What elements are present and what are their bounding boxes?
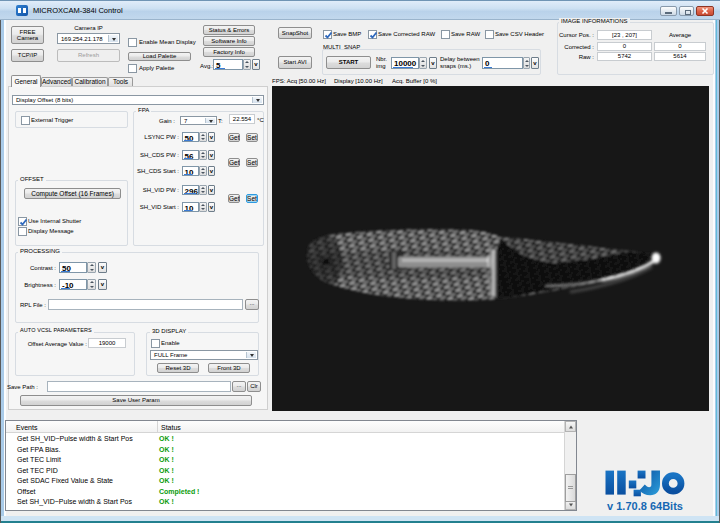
svg-text:v 1.70.8 64Bits: v 1.70.8 64Bits bbox=[607, 500, 683, 512]
